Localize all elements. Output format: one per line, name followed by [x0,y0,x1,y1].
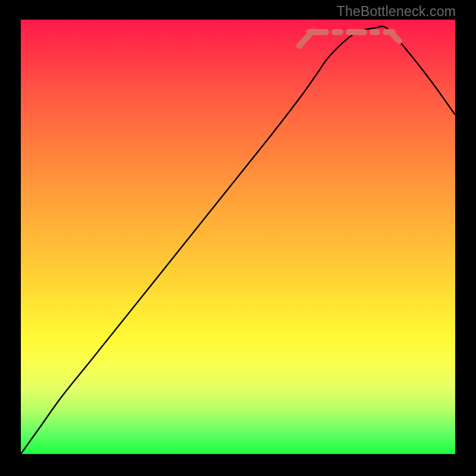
plot-area [21,20,455,454]
watermark-text: TheBottleneck.com [337,4,456,20]
series-highlight-exit [390,32,399,41]
series-bottleneck-curve [21,26,455,454]
chart-svg [21,20,455,454]
chart-frame: TheBottleneck.com [0,0,476,476]
series-group [21,26,455,454]
series-highlight-entry [299,32,312,46]
